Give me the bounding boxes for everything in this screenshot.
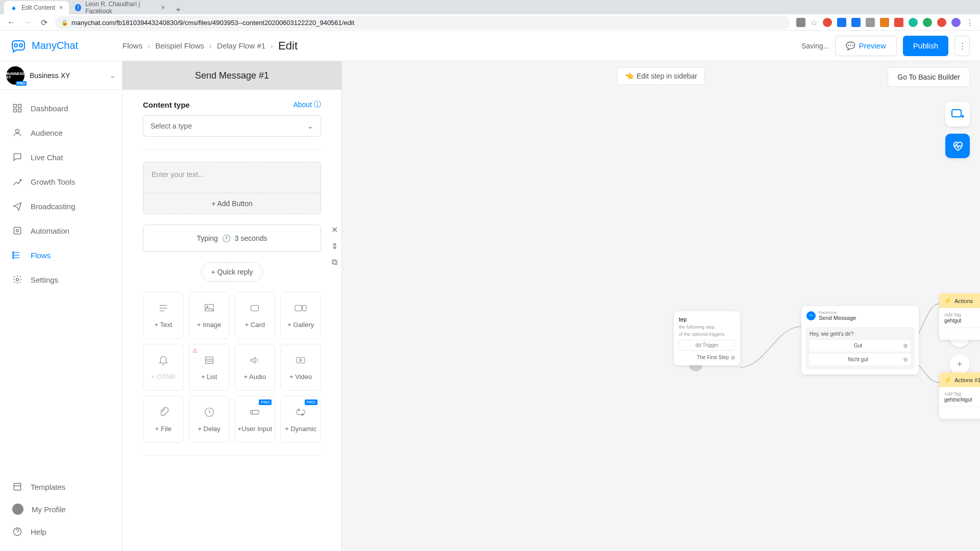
sidebar-item-label: Live Chat [31,153,63,162]
ext-icon[interactable] [823,18,832,27]
tile-delay[interactable]: + Delay [189,396,230,443]
tile-audio[interactable]: + Audio [235,344,276,391]
tile-card[interactable]: + Card [235,292,276,339]
list-icon [203,355,216,369]
tile-image[interactable]: + Image [189,292,230,339]
back-button[interactable]: ← [6,17,16,28]
breadcrumb-item[interactable]: Delay Flow #1 [217,41,265,50]
account-picker[interactable]: BUSINESS XY PRO Business XY ⌄ [0,61,122,90]
url-input[interactable]: 🔒 manychat.com/fb181039443240830/9/cms/f… [55,16,790,29]
health-button[interactable] [945,134,970,158]
close-icon[interactable]: ✕ [329,224,339,235]
canvas-hint[interactable]: 👈 Edit step in sidebar [617,67,705,85]
reload-button[interactable]: ⟳ [39,17,49,28]
tile-file[interactable]: + File [143,396,184,443]
ext-icon[interactable] [923,18,932,27]
sidebar-item-audience[interactable]: Audience [0,120,122,145]
quick-reply-button[interactable]: + Quick reply [201,262,262,282]
connector-dot-icon[interactable] [903,344,908,348]
help-icon [12,527,22,537]
ext-icon[interactable] [909,18,918,27]
menu-icon[interactable]: ⋮ [966,18,974,28]
ext-icon[interactable] [837,18,846,27]
url-text: manychat.com/fb181039443240830/9/cms/fil… [71,19,354,27]
tile-userinput[interactable]: PRO +User Input [235,396,276,443]
sidebar-item-dashboard[interactable]: Dashboard [0,96,122,120]
new-tab-button[interactable]: + [171,5,185,14]
sidebar-item-flows[interactable]: Flows [0,243,122,267]
tab-bar: ◆ Edit Content × f Leon R. Chaudhari | F… [0,0,980,14]
close-icon[interactable]: × [161,4,165,11]
next-step-link[interactable]: Next Step [939,328,980,340]
sidebar-item-templates[interactable]: Templates [0,475,122,498]
message-button-gut[interactable]: Gut [810,340,911,352]
browser-tab-active[interactable]: ◆ Edit Content × [4,1,69,14]
ext-icon[interactable] [796,18,805,27]
add-node-button[interactable] [945,102,970,127]
star-icon[interactable]: ☆ [811,18,818,28]
tile-gallery[interactable]: + Gallery [280,292,321,339]
tile-label: + List [201,373,217,381]
typing-block[interactable]: Typing 🕐 3 seconds [143,224,321,252]
svg-rect-31 [952,110,961,117]
content-type-select[interactable]: Select a type ⌄ [143,115,321,137]
add-button-button[interactable]: + Add Button [143,193,321,214]
more-button[interactable]: ⋮ [954,36,970,56]
message-button-nichtgut[interactable]: Nicht gut [810,354,911,365]
lock-icon: 🔒 [61,19,68,26]
breadcrumb-item[interactable]: Beispiel Flows [155,41,204,50]
forward-button[interactable]: → [22,17,33,28]
ext-icon[interactable] [866,18,875,27]
publish-button[interactable]: Publish [903,36,948,56]
next-step-link[interactable]: Next Step [939,407,980,419]
tile-text[interactable]: + Text [143,292,184,339]
favicon-icon: f [75,4,81,11]
text-input[interactable]: Enter your text... [143,162,321,193]
tile-dynamic[interactable]: PRO + Dynamic [280,396,321,443]
zoom-in-button[interactable]: + [949,354,970,374]
sidebar-item-automation[interactable]: Automation [0,218,122,243]
sidebar-item-help[interactable]: Help [0,520,122,543]
basic-builder-button[interactable]: Go To Basic Builder [888,67,970,87]
avatar-icon[interactable] [951,18,961,27]
connector-dot-icon[interactable] [903,358,908,362]
ext-icon[interactable] [880,18,889,27]
move-icon[interactable]: ⇕ [329,241,339,251]
svg-rect-7 [14,227,20,234]
svg-rect-11 [14,483,20,490]
preview-button[interactable]: 💬 Preview [835,36,896,56]
logo[interactable]: ManyChat [10,38,122,54]
file-icon [157,407,170,421]
svg-point-29 [298,409,300,411]
ext-icon[interactable] [937,18,946,27]
logo-icon [10,38,27,54]
browser-tab[interactable]: f Leon R. Chaudhari | Facebook × [69,1,171,14]
node-hint: of the optional triggers. [679,332,735,337]
sidebar-bottom: Templates My Profile Help [0,475,122,551]
tab-title: Edit Content [21,4,55,11]
divider [143,455,321,456]
svg-rect-20 [295,305,302,311]
connector-dot-icon[interactable] [731,356,735,360]
tile-video[interactable]: + Video [280,344,321,391]
add-trigger-button[interactable]: dd Trigger [679,340,735,350]
close-icon[interactable]: × [59,4,63,11]
tile-list[interactable]: ⚠ + List [189,344,230,391]
breadcrumb-item[interactable]: Flows [122,41,142,50]
sidebar-item-growth[interactable]: Growth Tools [0,169,122,194]
sidebar-item-broadcasting[interactable]: Broadcasting [0,194,122,218]
flow-node-actions[interactable]: ⚡ Actions Add Tag gehtgut Next Step [939,293,980,340]
sidebar-item-profile[interactable]: My Profile [0,498,122,520]
copy-icon[interactable]: ⧉ [329,257,339,267]
flow-node-actions-1[interactable]: ⚡ Actions #1 Add Tag gehtnichtgut Next S… [939,372,980,419]
flow-canvas[interactable]: 👈 Edit step in sidebar Go To Basic Build… [342,61,980,551]
ext-icon[interactable] [851,18,861,27]
flow-node-start[interactable]: tep the following step. of the optional … [674,311,740,365]
ext-icon[interactable] [894,18,903,27]
sidebar-item-livechat[interactable]: Live Chat [0,145,122,169]
panel-title: Send Message #1 [122,61,341,90]
sidebar-item-settings[interactable]: Settings [0,267,122,292]
first-step-link[interactable]: The First Step [679,355,735,360]
flow-node-send-message[interactable]: ~ Facebook Send Message Hey, wie geht's … [801,306,919,374]
about-link[interactable]: About ⓘ [293,100,321,109]
